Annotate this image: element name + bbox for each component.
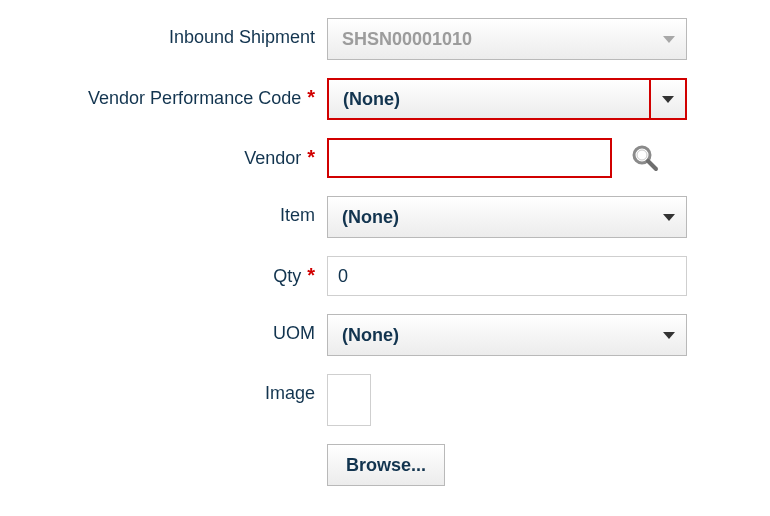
inbound-shipment-value: SHSN00001010 (328, 29, 650, 50)
image-label: Image (265, 383, 315, 404)
vendor-label: Vendor (244, 148, 301, 169)
chevron-down-icon (663, 36, 675, 43)
vendor-perf-code-value: (None) (329, 89, 649, 110)
inbound-shipment-select: SHSN00001010 (327, 18, 687, 60)
vendor-input[interactable] (327, 138, 612, 178)
chevron-down-icon (663, 332, 675, 339)
uom-value: (None) (328, 325, 650, 346)
chevron-down-icon (662, 96, 674, 103)
svg-line-2 (648, 161, 656, 169)
image-preview (327, 374, 371, 426)
inbound-shipment-label: Inbound Shipment (169, 27, 315, 48)
item-value: (None) (328, 207, 650, 228)
qty-label: Qty (273, 266, 301, 287)
search-icon (630, 143, 660, 173)
svg-point-1 (637, 150, 647, 160)
vendor-lookup-button[interactable] (630, 143, 660, 173)
item-select[interactable]: (None) (327, 196, 687, 238)
required-asterisk: * (307, 265, 315, 285)
browse-button[interactable]: Browse... (327, 444, 445, 486)
vendor-perf-code-label: Vendor Performance Code (88, 88, 301, 109)
qty-input[interactable] (327, 256, 687, 296)
item-label: Item (280, 205, 315, 226)
uom-select[interactable]: (None) (327, 314, 687, 356)
chevron-down-icon (663, 214, 675, 221)
required-asterisk: * (307, 87, 315, 107)
required-asterisk: * (307, 147, 315, 167)
vendor-perf-code-select[interactable]: (None) (327, 78, 687, 120)
uom-label: UOM (273, 323, 315, 344)
